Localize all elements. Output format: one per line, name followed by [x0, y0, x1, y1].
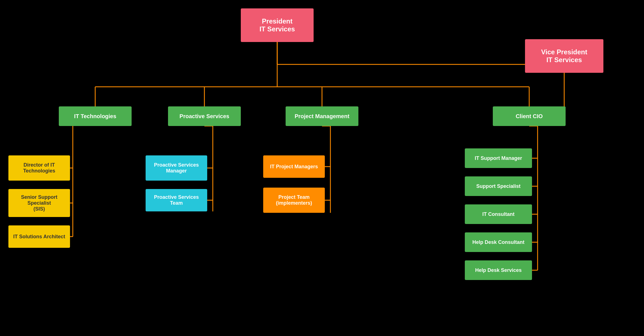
it-solutions-label: IT Solutions Architect — [13, 234, 65, 240]
client-cio-node: Client CIO — [493, 106, 566, 126]
proactive-svc-label: Proactive Services — [179, 113, 229, 120]
it-tech-label: IT Technologies — [74, 113, 116, 120]
support-spec-node: Support Specialist — [465, 176, 532, 196]
proj-mgmt-label: Project Management — [295, 113, 349, 120]
it-support-mgr-label: IT Support Manager — [475, 155, 522, 161]
help-desk-svc-node: Help Desk Services — [465, 260, 532, 280]
proactive-mgr-label: Proactive Services Manager — [154, 162, 199, 174]
it-proj-mgrs-label: IT Project Managers — [270, 164, 318, 170]
proj-team-node: Project Team (implementers) — [263, 188, 325, 213]
vp-node: Vice President IT Services — [525, 39, 603, 73]
president-label: President IT Services — [260, 17, 295, 33]
proj-mgmt-node: Project Management — [286, 106, 358, 126]
president-node: President IT Services — [241, 8, 314, 42]
it-consultant-node: IT Consultant — [465, 204, 532, 224]
it-solutions-node: IT Solutions Architect — [8, 225, 70, 248]
senior-support-node: Senior Support Specialist (SIS) — [8, 189, 70, 217]
support-spec-label: Support Specialist — [476, 183, 521, 189]
it-proj-mgrs-node: IT Project Managers — [263, 155, 325, 178]
vp-label: Vice President IT Services — [541, 48, 587, 64]
help-desk-svc-label: Help Desk Services — [475, 267, 522, 273]
dir-it-tech-node: Director of IT Technologies — [8, 155, 70, 181]
it-support-mgr-node: IT Support Manager — [465, 148, 532, 168]
dir-it-tech-label: Director of IT Technologies — [23, 162, 55, 174]
it-tech-node: IT Technologies — [59, 106, 132, 126]
proactive-team-label: Proactive Services Team — [154, 194, 199, 206]
help-desk-consultant-label: Help Desk Consultant — [472, 239, 524, 245]
org-chart: President IT Services Vice President IT … — [0, 0, 644, 336]
proactive-team-node: Proactive Services Team — [146, 189, 207, 211]
proactive-svc-node: Proactive Services — [168, 106, 241, 126]
it-consultant-label: IT Consultant — [482, 211, 515, 217]
proj-team-label: Project Team (implementers) — [276, 194, 312, 206]
help-desk-consultant-node: Help Desk Consultant — [465, 232, 532, 252]
senior-support-label: Senior Support Specialist (SIS) — [21, 194, 57, 212]
client-cio-label: Client CIO — [516, 113, 543, 120]
proactive-mgr-node: Proactive Services Manager — [146, 155, 207, 181]
